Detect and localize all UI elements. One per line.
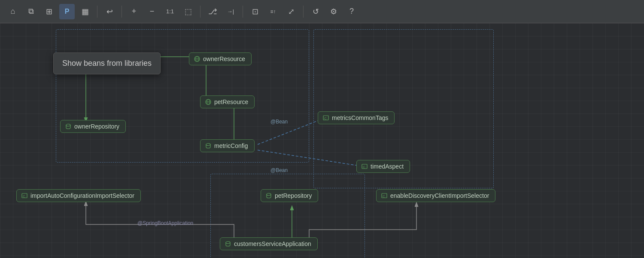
node-metricsCommonTags[interactable]: C metricsCommonTags bbox=[318, 111, 395, 124]
fit-button[interactable]: ⬚ bbox=[180, 4, 196, 19]
db-icon bbox=[65, 123, 72, 130]
export-button[interactable]: →| bbox=[223, 4, 238, 19]
node-ownerRepository[interactable]: ownerRepository bbox=[60, 120, 126, 133]
svg-text:C: C bbox=[23, 194, 25, 198]
separator-2 bbox=[122, 6, 122, 18]
class-icon-3: C bbox=[21, 192, 28, 199]
align-button[interactable]: ≡↑ bbox=[265, 4, 281, 19]
node-ownerResource-label: ownerResource bbox=[203, 55, 245, 62]
separator-3 bbox=[200, 6, 200, 18]
refresh-button[interactable]: ↺ bbox=[308, 4, 323, 19]
help-button[interactable]: ? bbox=[344, 4, 359, 19]
web-icon bbox=[194, 55, 200, 62]
class-icon-2: C bbox=[361, 163, 368, 170]
svg-text:C: C bbox=[363, 165, 365, 169]
node-customersServiceApplication[interactable]: customersServiceApplication bbox=[220, 237, 318, 250]
node-enableDiscovery-label: enableDiscoveryClientImportSelector bbox=[390, 192, 489, 199]
node-metricsCommonTags-label: metricsCommonTags bbox=[332, 114, 388, 121]
class-icon-4: C bbox=[381, 192, 388, 199]
node-enableDiscovery[interactable]: C enableDiscoveryClientImportSelector bbox=[376, 189, 495, 202]
back-button[interactable]: ↩ bbox=[102, 4, 117, 19]
db-icon-4 bbox=[225, 240, 231, 247]
db-icon-2 bbox=[205, 142, 212, 149]
node-importAutoConfiguration[interactable]: C importAutoConfigurationImportSelector bbox=[16, 189, 141, 202]
film-button[interactable]: ▦ bbox=[77, 4, 93, 19]
node-timedAspect[interactable]: C timedAspect bbox=[356, 160, 410, 173]
separator-4 bbox=[243, 6, 243, 18]
class-icon: C bbox=[322, 114, 329, 121]
svg-point-11 bbox=[66, 124, 70, 126]
zoom-in-button[interactable]: + bbox=[126, 4, 142, 19]
node-ownerResource[interactable]: ownerResource bbox=[189, 52, 252, 65]
db-icon-3 bbox=[265, 192, 272, 199]
node-petResource[interactable]: petResource bbox=[200, 95, 255, 108]
popout-button[interactable]: ⤢ bbox=[283, 4, 299, 19]
node-metricConfig[interactable]: metricConfig bbox=[200, 139, 255, 152]
grid-button[interactable]: ⊞ bbox=[41, 4, 57, 19]
clone-button[interactable]: ⊡ bbox=[247, 4, 263, 19]
copy-button[interactable]: ⧉ bbox=[23, 4, 39, 19]
svg-text:C: C bbox=[383, 194, 385, 198]
reset-zoom-button[interactable]: 1:1 bbox=[162, 4, 178, 19]
node-petRepository[interactable]: petRepository bbox=[261, 189, 318, 202]
web-icon-2 bbox=[205, 98, 212, 105]
svg-point-19 bbox=[267, 194, 271, 196]
diagram-canvas: ownerResource petResource ownerRepositor… bbox=[0, 23, 644, 258]
node-petRepository-label: petRepository bbox=[275, 192, 312, 199]
node-ownerRepository-label: ownerRepository bbox=[74, 123, 119, 130]
node-metricConfig-label: metricConfig bbox=[214, 142, 248, 149]
svg-text:C: C bbox=[324, 117, 327, 120]
hierarchy-button[interactable]: ⎇ bbox=[205, 4, 220, 19]
home-button[interactable]: ⌂ bbox=[5, 4, 21, 19]
svg-point-12 bbox=[206, 144, 210, 146]
node-customersServiceApplication-label: customersServiceApplication bbox=[234, 240, 311, 247]
node-importAutoConfiguration-label: importAutoConfigurationImportSelector bbox=[30, 192, 134, 199]
zoom-out-button[interactable]: − bbox=[144, 4, 160, 19]
toolbar: ⌂ ⧉ ⊞ P ▦ ↩ + − 1:1 ⬚ ⎇ →| ⊡ ≡↑ ⤢ ↺ ⚙ ? bbox=[0, 0, 644, 23]
node-petResource-label: petResource bbox=[214, 98, 248, 105]
p-button[interactable]: P bbox=[59, 4, 75, 19]
separator-1 bbox=[97, 6, 97, 18]
grid-background bbox=[0, 23, 644, 258]
separator-5 bbox=[303, 6, 304, 18]
node-timedAspect-label: timedAspect bbox=[371, 163, 404, 170]
settings-button[interactable]: ⚙ bbox=[326, 4, 341, 19]
svg-point-22 bbox=[226, 242, 230, 244]
